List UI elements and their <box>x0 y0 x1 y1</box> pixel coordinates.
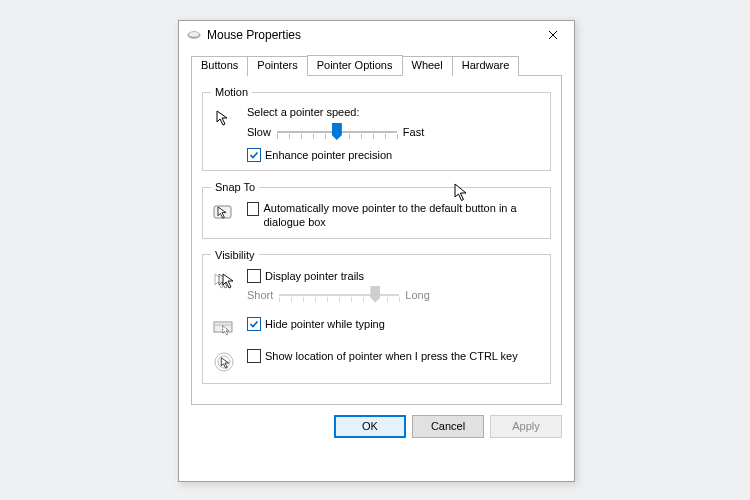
enhance-precision-label: Enhance pointer precision <box>265 149 392 161</box>
trails-long-label: Long <box>405 289 429 301</box>
dialog-button-bar: OK Cancel Apply <box>179 405 574 446</box>
tab-strip: Buttons Pointers Pointer Options Wheel H… <box>191 55 562 76</box>
snap-to-icon <box>211 201 239 227</box>
hide-typing-checkbox[interactable]: Hide pointer while typing <box>247 317 385 331</box>
trails-length-slider <box>279 285 399 305</box>
enhance-precision-checkbox[interactable]: Enhance pointer precision <box>247 148 542 162</box>
trails-short-label: Short <box>247 289 273 301</box>
trails-label: Display pointer trails <box>265 270 364 282</box>
ctrl-locate-label: Show location of pointer when I press th… <box>265 350 518 362</box>
slow-label: Slow <box>247 126 271 138</box>
pointer-speed-slider[interactable] <box>277 122 397 142</box>
tab-hardware[interactable]: Hardware <box>452 56 520 76</box>
window-title: Mouse Properties <box>207 28 538 42</box>
mouse-icon <box>187 30 201 40</box>
snap-to-label: Automatically move pointer to the defaul… <box>263 201 542 230</box>
snap-to-checkbox[interactable]: Automatically move pointer to the defaul… <box>247 201 542 230</box>
cancel-button[interactable]: Cancel <box>412 415 484 438</box>
apply-button[interactable]: Apply <box>490 415 562 438</box>
group-visibility: Visibility <box>202 249 551 384</box>
group-snap-to: Snap To Automatically move pointer to th… <box>202 181 551 239</box>
tab-pointer-options[interactable]: Pointer Options <box>307 55 403 75</box>
check-icon <box>249 319 259 329</box>
close-button[interactable] <box>538 23 568 47</box>
group-motion-legend: Motion <box>211 86 252 98</box>
fast-label: Fast <box>403 126 424 138</box>
tab-page-pointer-options: Motion Select a pointer speed: Slow <box>191 76 562 405</box>
group-motion: Motion Select a pointer speed: Slow <box>202 86 551 171</box>
tab-buttons[interactable]: Buttons <box>191 56 248 76</box>
ok-button[interactable]: OK <box>334 415 406 438</box>
speed-label: Select a pointer speed: <box>247 106 542 118</box>
ctrl-locate-checkbox[interactable]: Show location of pointer when I press th… <box>247 349 518 363</box>
hide-typing-icon <box>211 317 239 339</box>
mouse-properties-dialog: Mouse Properties Buttons Pointers Pointe… <box>178 20 575 482</box>
hide-typing-label: Hide pointer while typing <box>265 318 385 330</box>
trails-icon <box>211 269 239 293</box>
tab-wheel[interactable]: Wheel <box>402 56 453 76</box>
titlebar: Mouse Properties <box>179 21 574 49</box>
group-snap-to-legend: Snap To <box>211 181 259 193</box>
group-visibility-legend: Visibility <box>211 249 259 261</box>
ctrl-locate-icon <box>211 349 239 375</box>
svg-point-1 <box>189 32 199 36</box>
check-icon <box>249 150 259 160</box>
tab-pointers[interactable]: Pointers <box>247 56 307 76</box>
trails-checkbox[interactable]: Display pointer trails <box>247 269 542 283</box>
motion-icon <box>211 106 239 130</box>
close-icon <box>548 30 558 40</box>
